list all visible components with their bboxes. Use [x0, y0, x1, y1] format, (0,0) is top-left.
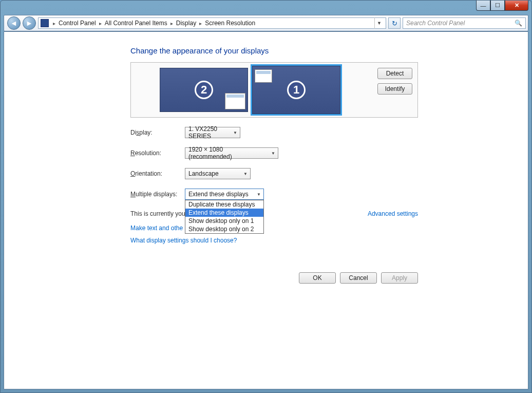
help-link[interactable]: What display settings should I choose? — [130, 237, 237, 244]
dropdown-option[interactable]: Duplicate these displays — [185, 200, 263, 209]
text-size-link[interactable]: Make text and othe — [130, 224, 183, 232]
address-dropdown-icon[interactable]: ▼ — [374, 17, 384, 29]
address-bar[interactable]: ▸ Control Panel ▸ All Control Panel Item… — [38, 17, 386, 29]
search-placeholder: Search Control Panel — [406, 20, 465, 27]
desktop-icon — [255, 69, 272, 83]
main-display-note: This is currently you — [130, 210, 185, 217]
desktop-icon — [225, 93, 245, 109]
breadcrumb[interactable]: Display — [174, 20, 198, 27]
dropdown-option[interactable]: Extend these displays — [185, 209, 263, 217]
display-select[interactable]: 1. VX2250 SERIES — [185, 127, 240, 138]
search-input[interactable]: Search Control Panel 🔍 — [403, 17, 526, 29]
refresh-button[interactable]: ↻ — [388, 17, 401, 29]
monitor-1[interactable]: 1 — [252, 66, 340, 114]
page-title: Change the appearance of your displays — [130, 46, 528, 55]
resolution-select[interactable]: 1920 × 1080 (recommended) — [185, 147, 278, 159]
back-button[interactable]: ◄ — [7, 16, 21, 30]
breadcrumb[interactable]: All Control Panel Items — [103, 20, 169, 27]
ok-button[interactable]: OK — [299, 272, 336, 284]
monitor-number: 2 — [195, 81, 213, 99]
breadcrumb[interactable]: Screen Resolution — [203, 20, 257, 27]
multiple-displays-label: Multiple displays: — [130, 191, 185, 198]
orientation-select[interactable]: Landscape — [185, 168, 251, 179]
apply-button[interactable]: Apply — [381, 272, 418, 284]
maximize-button[interactable]: ☐ — [490, 1, 505, 11]
cancel-button[interactable]: Cancel — [340, 272, 377, 284]
chevron-right-icon: ▸ — [52, 21, 56, 26]
display-preview: 2 1 Detect Identify — [130, 62, 418, 118]
resolution-label: Resolution: — [130, 149, 185, 157]
identify-button[interactable]: Identify — [377, 83, 412, 95]
chevron-right-icon: ▸ — [169, 21, 174, 26]
monitor-2[interactable]: 2 — [160, 68, 248, 112]
advanced-settings-link[interactable]: Advanced settings — [368, 210, 418, 217]
chevron-right-icon: ▸ — [198, 21, 203, 26]
multiple-displays-menu: Duplicate these displays Extend these di… — [185, 200, 264, 234]
monitor-number: 1 — [287, 81, 306, 99]
minimize-button[interactable]: — — [476, 1, 490, 11]
breadcrumb[interactable]: Control Panel — [56, 20, 98, 27]
window-controls: — ☐ ✕ — [476, 1, 528, 11]
close-button[interactable]: ✕ — [505, 1, 528, 11]
forward-button[interactable]: ► — [23, 16, 36, 30]
window-frame: — ☐ ✕ ◄ ► ▸ Control Panel ▸ All Control … — [0, 0, 532, 393]
search-icon: 🔍 — [515, 20, 522, 27]
navigation-bar: ◄ ► ▸ Control Panel ▸ All Control Panel … — [4, 15, 528, 31]
content-pane: Change the appearance of your displays 2… — [4, 31, 528, 389]
dropdown-option[interactable]: Show desktop only on 1 — [185, 217, 263, 225]
chevron-right-icon: ▸ — [98, 21, 103, 26]
control-panel-icon — [41, 19, 49, 27]
multiple-displays-value: Extend these displays — [188, 191, 249, 198]
multiple-displays-select[interactable]: Extend these displays Duplicate these di… — [185, 189, 264, 200]
detect-button[interactable]: Detect — [377, 68, 412, 79]
dialog-buttons: OK Cancel Apply — [130, 272, 418, 284]
orientation-label: Orientation: — [130, 170, 185, 177]
dropdown-option[interactable]: Show desktop only on 2 — [185, 225, 263, 233]
display-label: Display: — [130, 129, 185, 136]
